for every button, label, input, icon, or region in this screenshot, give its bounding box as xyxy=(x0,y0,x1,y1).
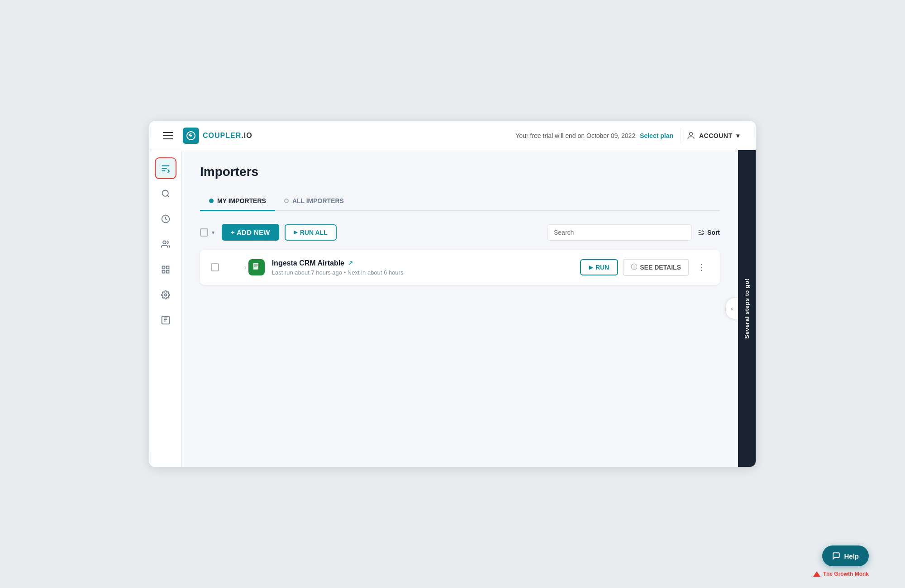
svg-rect-8 xyxy=(162,270,165,273)
sidebar-item-search[interactable] xyxy=(155,183,176,204)
sheets-icon xyxy=(248,259,265,275)
svg-point-2 xyxy=(162,190,168,196)
logo: COUPLER.IO xyxy=(183,128,252,144)
help-button[interactable]: Help xyxy=(822,545,869,566)
logo-icon xyxy=(183,128,199,144)
select-plan-link[interactable]: Select plan xyxy=(640,132,673,139)
sidebar-item-importers[interactable] xyxy=(155,157,176,179)
svg-rect-19 xyxy=(254,265,257,265)
see-details-button[interactable]: ⓘ SEE DETAILS xyxy=(623,259,689,276)
chevron-down-icon: ▾ xyxy=(736,132,740,139)
svg-rect-9 xyxy=(166,270,169,273)
account-icon xyxy=(686,131,695,140)
play-icon: ▶ xyxy=(294,229,297,235)
footer-brand: The Growth Monk xyxy=(813,571,869,577)
importer-checkbox[interactable] xyxy=(211,263,219,271)
card-actions: ▶ RUN ⓘ SEE DETAILS ⋮ xyxy=(580,259,709,276)
run-all-button[interactable]: ▶ RUN ALL xyxy=(285,224,337,241)
svg-rect-6 xyxy=(162,266,165,269)
sidebar-item-history[interactable] xyxy=(155,208,176,230)
svg-line-3 xyxy=(167,195,169,197)
tab-all-importers[interactable]: ALL IMPORTERS xyxy=(275,192,353,211)
select-dropdown-button[interactable]: ▾ xyxy=(210,228,216,237)
importer-name: Ingesta CRM Airtable ↗ xyxy=(272,259,573,267)
chat-icon xyxy=(832,552,840,560)
svg-rect-7 xyxy=(166,266,169,269)
svg-rect-20 xyxy=(254,266,257,266)
svg-rect-21 xyxy=(254,266,257,267)
run-button[interactable]: ▶ RUN xyxy=(580,259,618,275)
sidebar-item-data[interactable] xyxy=(155,259,176,280)
select-all-wrap: ▾ xyxy=(200,228,216,237)
sort-icon xyxy=(697,229,705,236)
steps-panel[interactable]: Several steps to go! xyxy=(738,150,756,467)
toolbar: ▾ + ADD NEW ▶ RUN ALL Sort xyxy=(200,224,720,241)
tab-my-importers[interactable]: MY IMPORTERS xyxy=(200,192,275,211)
account-button[interactable]: ACCOUNT ▾ xyxy=(681,128,745,144)
airtable-icon xyxy=(226,259,243,275)
main-content: Importers MY IMPORTERS ALL IMPORTERS ▾ xyxy=(182,150,738,467)
svg-point-10 xyxy=(164,294,167,296)
app-icons: › xyxy=(226,259,265,275)
sidebar-item-team[interactable] xyxy=(155,233,176,255)
sidebar xyxy=(149,150,182,467)
logo-text: COUPLER.IO xyxy=(203,132,252,140)
brand-triangle-icon xyxy=(813,571,820,577)
collapse-right-panel-button[interactable]: ‹ xyxy=(725,298,738,319)
tab-dot-inactive xyxy=(284,199,289,203)
tabs-bar: MY IMPORTERS ALL IMPORTERS xyxy=(200,192,720,211)
top-nav: COUPLER.IO Your free trial will end on O… xyxy=(149,121,756,150)
search-input[interactable] xyxy=(547,224,692,241)
connector-arrow-icon: › xyxy=(244,264,247,271)
page-title: Importers xyxy=(200,165,720,179)
trial-notice: Your free trial will end on October 09, … xyxy=(515,132,673,139)
svg-point-0 xyxy=(190,135,192,137)
sidebar-item-settings[interactable] xyxy=(155,284,176,306)
hamburger-button[interactable] xyxy=(160,129,176,142)
sort-button[interactable]: Sort xyxy=(697,229,720,236)
importer-meta: Last run about 7 hours ago • Next in abo… xyxy=(272,269,573,276)
add-new-button[interactable]: + ADD NEW xyxy=(222,224,279,241)
card-info: Ingesta CRM Airtable ↗ Last run about 7 … xyxy=(272,259,573,276)
sidebar-item-help[interactable] xyxy=(155,309,176,331)
tab-dot-active xyxy=(209,199,214,203)
svg-rect-18 xyxy=(253,263,258,270)
more-options-button[interactable]: ⋮ xyxy=(694,261,709,274)
run-play-icon: ▶ xyxy=(589,265,593,270)
svg-point-1 xyxy=(690,132,693,135)
external-link-icon[interactable]: ↗ xyxy=(348,260,353,266)
svg-point-5 xyxy=(163,241,166,244)
importer-card: › Ingesta CRM Airtable ↗ xyxy=(200,250,720,285)
select-all-checkbox[interactable] xyxy=(200,228,208,237)
info-icon: ⓘ xyxy=(631,263,637,271)
